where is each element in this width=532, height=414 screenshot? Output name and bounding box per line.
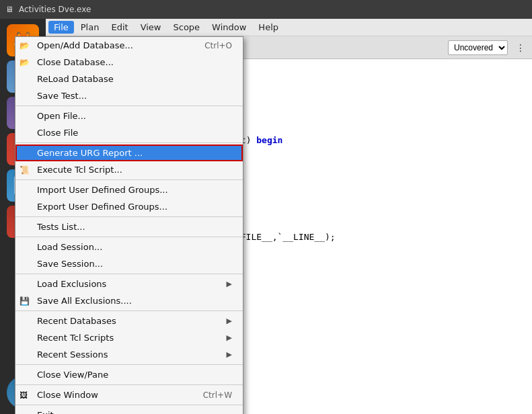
load-exclusions-label: Load Exclusions — [37, 279, 106, 289]
recent-sessions-arrow: ▶ — [227, 350, 232, 359]
menu-import-user-groups[interactable]: Import User Defined Groups... — [15, 181, 243, 198]
tcl-script-icon: 📜 — [20, 165, 30, 175]
separator-1 — [15, 106, 243, 106]
load-session-label: Load Session... — [37, 242, 102, 252]
menu-export-user-groups[interactable]: Export User Defined Groups... — [15, 198, 243, 215]
separator-7 — [15, 310, 243, 311]
close-view-pane-label: Close View/Pane — [37, 370, 108, 380]
menu-item-window[interactable]: Window — [206, 21, 252, 34]
save-session-label: Save Session... — [37, 259, 103, 269]
menu-close-window[interactable]: 🖼 Close Window Ctrl+W — [15, 386, 243, 403]
menu-item-view[interactable]: View — [135, 21, 167, 34]
open-add-db-shortcut: Ctrl+O — [204, 41, 232, 50]
separator-8 — [15, 364, 243, 365]
menu-item-help[interactable]: Help — [253, 21, 284, 34]
menu-recent-tcl-scripts[interactable]: Recent Tcl Scripts ▶ — [15, 329, 243, 346]
menu-recent-databases[interactable]: Recent Databases ▶ — [15, 313, 243, 329]
menu-item-file[interactable]: File — [48, 21, 74, 34]
save-exclusions-icon: 💾 — [20, 296, 30, 306]
file-dropdown-menu: 📂 Open/Add Database... Ctrl+O 📂 Close Da… — [15, 36, 243, 414]
title-bar: 🖥 Activities Dve.exe — [0, 0, 532, 19]
separator-10 — [15, 405, 243, 405]
separator-4 — [15, 216, 243, 217]
menu-close-file[interactable]: Close File — [15, 124, 243, 141]
save-test-label: Save Test... — [37, 91, 87, 101]
separator-3 — [15, 179, 243, 180]
export-user-groups-label: Export User Defined Groups... — [37, 202, 167, 212]
title-text: Activities Dve.exe — [19, 5, 91, 14]
separator-5 — [15, 237, 243, 237]
open-add-db-label: Open/Add Database... — [37, 40, 133, 50]
recent-databases-label: Recent Databases — [37, 316, 116, 326]
separator-9 — [15, 384, 243, 385]
dropdown-overlay: 📂 Open/Add Database... Ctrl+O 📂 Close Da… — [0, 36, 532, 414]
open-add-db-icon: 📂 — [20, 41, 30, 50]
menu-item-edit[interactable]: Edit — [106, 21, 133, 34]
menu-exit[interactable]: Exit — [15, 407, 243, 414]
menu-close-view-pane[interactable]: Close View/Pane — [15, 366, 243, 383]
close-db-icon: 📂 — [20, 58, 30, 67]
save-all-exclusions-label: Save All Exclusions.... — [37, 296, 132, 306]
close-db-label: Close Database... — [37, 57, 114, 67]
menu-reload-database[interactable]: ReLoad Database — [15, 71, 243, 87]
load-exclusions-arrow: ▶ — [227, 280, 232, 288]
menu-load-session[interactable]: Load Session... — [15, 239, 243, 255]
recent-databases-arrow: ▶ — [227, 317, 232, 325]
import-user-groups-label: Import User Defined Groups... — [37, 185, 168, 195]
exit-label: Exit — [37, 410, 54, 414]
execute-tcl-label: Execute Tcl Script... — [37, 165, 122, 175]
generate-urg-label: Generate URG Report ... — [37, 148, 143, 158]
open-file-label: Open File... — [37, 111, 86, 121]
recent-tcl-scripts-label: Recent Tcl Scripts — [37, 333, 114, 343]
menu-tests-list[interactable]: Tests List... — [15, 218, 243, 235]
tests-list-label: Tests List... — [37, 222, 85, 232]
menu-save-session[interactable]: Save Session... — [15, 255, 243, 272]
reload-db-label: ReLoad Database — [37, 74, 114, 84]
menu-generate-urg-report[interactable]: Generate URG Report ... — [15, 144, 243, 161]
menu-execute-tcl-script[interactable]: 📜 Execute Tcl Script... — [15, 161, 243, 178]
recent-sessions-label: Recent Sessions — [37, 349, 108, 360]
recent-tcl-arrow: ▶ — [227, 333, 232, 342]
menu-item-scope[interactable]: Scope — [167, 21, 205, 34]
menu-open-add-database[interactable]: 📂 Open/Add Database... Ctrl+O — [15, 37, 243, 54]
menu-recent-sessions[interactable]: Recent Sessions ▶ — [15, 346, 243, 363]
menu-load-exclusions[interactable]: Load Exclusions ▶ — [15, 276, 243, 292]
menu-bar: File Plan Edit View Scope Window Help — [46, 19, 532, 36]
menu-close-database[interactable]: 📂 Close Database... — [15, 54, 243, 71]
menu-item-plan[interactable]: Plan — [75, 21, 105, 34]
title-icon: 🖥 — [5, 5, 13, 14]
close-window-label: Close Window — [37, 390, 98, 400]
close-file-label: Close File — [37, 128, 78, 138]
close-window-shortcut: Ctrl+W — [203, 390, 232, 400]
close-window-icon: 🖼 — [20, 390, 28, 400]
menu-save-test[interactable]: Save Test... — [15, 87, 243, 104]
separator-6 — [15, 274, 243, 274]
separator-2 — [15, 142, 243, 143]
menu-open-file[interactable]: Open File... — [15, 108, 243, 124]
menu-save-all-exclusions[interactable]: 💾 Save All Exclusions.... — [15, 292, 243, 309]
